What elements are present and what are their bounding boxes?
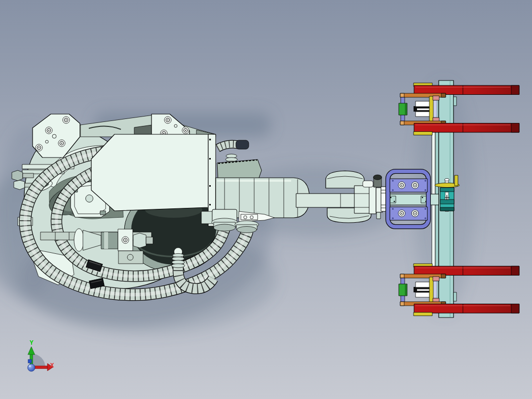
column-tab bbox=[454, 292, 456, 301]
y-axis-label: Y bbox=[30, 339, 34, 346]
flange-plate bbox=[369, 186, 376, 214]
z-axis-stub bbox=[28, 359, 32, 363]
wrist-knob bbox=[374, 175, 382, 187]
cad-viewport: Y X bbox=[0, 0, 532, 399]
bolt bbox=[122, 237, 129, 243]
bolt bbox=[45, 127, 52, 134]
bolt bbox=[412, 210, 418, 217]
hose-end-cap bbox=[236, 140, 249, 149]
bolt bbox=[36, 144, 42, 151]
bolt bbox=[398, 182, 405, 189]
triad-origin-sphere bbox=[28, 364, 35, 371]
x-axis-label: X bbox=[50, 361, 54, 369]
locking-pin-yellow[interactable] bbox=[455, 175, 458, 186]
cad-scene: Y X bbox=[0, 0, 532, 399]
bolt bbox=[182, 127, 189, 134]
bolt bbox=[63, 117, 70, 123]
clamp-cylinder-teal[interactable] bbox=[440, 188, 454, 211]
bolt bbox=[164, 117, 171, 123]
bolt bbox=[58, 140, 65, 147]
flange-tab bbox=[377, 212, 380, 219]
limit-switch bbox=[363, 181, 373, 187]
bolt bbox=[412, 182, 418, 189]
gripper-mount-plate-bottom[interactable] bbox=[390, 207, 427, 220]
bolt bbox=[398, 210, 405, 217]
column-tab bbox=[454, 97, 456, 106]
gripper-mount-plate-top[interactable] bbox=[390, 179, 427, 192]
